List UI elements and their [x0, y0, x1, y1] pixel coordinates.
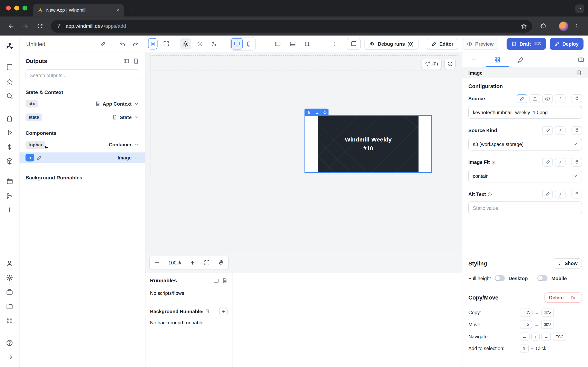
- tab-insert[interactable]: [462, 52, 486, 67]
- fill-height-button[interactable]: [313, 109, 321, 115]
- runnables-dock-button[interactable]: [213, 278, 219, 284]
- rail-item-flows[interactable]: [3, 190, 16, 201]
- rail-item-variables[interactable]: [3, 141, 16, 152]
- theme-light-button[interactable]: [180, 38, 191, 49]
- rail-item-apps[interactable]: [3, 315, 16, 326]
- component-docs-button[interactable]: [576, 70, 582, 76]
- rail-item-help[interactable]: [3, 337, 16, 348]
- rail-item-runs-play[interactable]: [3, 127, 16, 138]
- app-title[interactable]: Untitled: [26, 41, 45, 47]
- full-height-mobile-toggle[interactable]: [537, 275, 548, 281]
- output-row-ctx[interactable]: ctx App Context: [26, 99, 139, 109]
- fullscreen-toggle[interactable]: [162, 38, 171, 49]
- browser-tab[interactable]: New App | Windmill: [33, 4, 124, 16]
- fit-view-button[interactable]: [204, 260, 210, 266]
- more-options-button[interactable]: [330, 38, 339, 49]
- docs-button[interactable]: [347, 38, 361, 50]
- edit-title-button[interactable]: [97, 38, 109, 49]
- reload-button[interactable]: [34, 20, 46, 32]
- rail-collapse-button[interactable]: [3, 351, 16, 363]
- refresh-app-button[interactable]: (0): [421, 58, 442, 69]
- source-kind-eval-button[interactable]: ƒ: [555, 126, 565, 135]
- url-field[interactable]: app.windmill.dev/apps/add: [51, 20, 532, 32]
- zoom-in-button[interactable]: [190, 260, 195, 266]
- styling-show-button[interactable]: Show: [553, 258, 582, 268]
- preview-mode-button[interactable]: Preview: [462, 38, 498, 50]
- full-height-desktop-toggle[interactable]: [495, 275, 505, 281]
- tab-search-button[interactable]: [575, 4, 584, 13]
- source-input[interactable]: [468, 106, 582, 119]
- alt-text-connect-button[interactable]: [571, 190, 582, 198]
- outputs-docs-button[interactable]: [133, 58, 139, 64]
- tab-close-button[interactable]: [116, 8, 120, 12]
- rail-item-account[interactable]: [3, 258, 16, 269]
- theme-dark-button[interactable]: [208, 38, 220, 49]
- alt-text-static-button[interactable]: [542, 190, 553, 198]
- source-eval-button[interactable]: ƒ: [555, 94, 565, 103]
- output-row-state[interactable]: state State: [26, 112, 139, 122]
- add-bg-runnable-button[interactable]: [219, 307, 227, 315]
- rail-item-schedules[interactable]: [3, 175, 16, 187]
- deploy-button[interactable]: Deploy: [550, 38, 584, 50]
- source-connect-button[interactable]: [571, 94, 582, 103]
- window-close-button[interactable]: [6, 6, 11, 11]
- rail-item-folders[interactable]: [3, 300, 16, 312]
- theme-auto-button[interactable]: [194, 38, 205, 49]
- pan-tool-button[interactable]: [218, 260, 224, 266]
- toggle-bottom-panel-button[interactable]: [287, 38, 298, 49]
- window-zoom-button[interactable]: [22, 6, 27, 11]
- settings-collapse-button[interactable]: [574, 52, 588, 67]
- source-upload-button[interactable]: [529, 94, 540, 103]
- undo-button[interactable]: [118, 38, 127, 49]
- rail-item-search[interactable]: [3, 90, 16, 101]
- source-storage-button[interactable]: [542, 94, 553, 103]
- bookmark-button[interactable]: [521, 23, 527, 29]
- tab-styling[interactable]: [509, 52, 532, 67]
- image-fit-eval-button[interactable]: ƒ: [555, 158, 565, 167]
- profile-avatar[interactable]: [559, 21, 569, 31]
- tab-settings[interactable]: [486, 52, 509, 67]
- image-fit-connect-button[interactable]: [571, 158, 582, 167]
- history-button[interactable]: [444, 58, 456, 69]
- zoom-out-button[interactable]: [154, 260, 160, 266]
- output-row-a-selected[interactable]: a Image: [20, 152, 145, 163]
- rail-item-runs[interactable]: [3, 62, 16, 73]
- desktop-view-button[interactable]: [231, 38, 242, 49]
- rail-item-resources[interactable]: [3, 155, 16, 167]
- center-align-toggle[interactable]: [148, 38, 158, 49]
- alt-text-input[interactable]: [468, 201, 582, 214]
- window-minimize-button[interactable]: [14, 6, 19, 11]
- source-kind-static-button[interactable]: [542, 126, 553, 135]
- source-static-button[interactable]: [517, 94, 527, 103]
- mobile-view-button[interactable]: [243, 38, 255, 49]
- outputs-collapse-button[interactable]: [123, 58, 129, 64]
- app-canvas[interactable]: (0) a: [146, 52, 462, 252]
- search-outputs-input[interactable]: [26, 69, 139, 81]
- redo-button[interactable]: [131, 38, 140, 49]
- rail-item-home[interactable]: [3, 113, 16, 124]
- rail-item-favorites[interactable]: [3, 76, 16, 87]
- source-kind-connect-button[interactable]: [571, 126, 582, 135]
- image-fit-select[interactable]: contain: [468, 170, 582, 182]
- draft-button[interactable]: Draft ⌘S: [507, 38, 546, 50]
- source-kind-select[interactable]: s3 (workspace storage): [468, 138, 582, 150]
- browser-menu-button[interactable]: [571, 20, 583, 32]
- selected-image-component[interactable]: a Windmill Weekly #10: [304, 115, 432, 173]
- anchor-button[interactable]: [321, 109, 329, 115]
- runnables-docs-button[interactable]: [222, 278, 228, 284]
- rail-item-workspace[interactable]: [3, 286, 16, 297]
- alt-text-eval-button[interactable]: ƒ: [555, 190, 565, 198]
- forward-button[interactable]: [20, 20, 32, 32]
- rail-item-create[interactable]: [3, 204, 16, 215]
- delete-component-button[interactable]: Delete ⌘Del: [545, 292, 582, 303]
- back-button[interactable]: [5, 20, 17, 32]
- editor-mode-button[interactable]: Editor: [426, 38, 458, 50]
- image-fit-static-button[interactable]: [542, 158, 553, 167]
- rail-item-settings[interactable]: [3, 272, 16, 283]
- output-row-topbar[interactable]: topbar Container: [26, 140, 139, 150]
- toggle-left-panel-button[interactable]: [272, 38, 283, 49]
- new-tab-button[interactable]: [127, 4, 138, 15]
- toggle-right-panel-button[interactable]: [302, 38, 313, 49]
- debug-runs-button[interactable]: Debug runs (0): [365, 38, 418, 50]
- extensions-button[interactable]: [537, 20, 549, 32]
